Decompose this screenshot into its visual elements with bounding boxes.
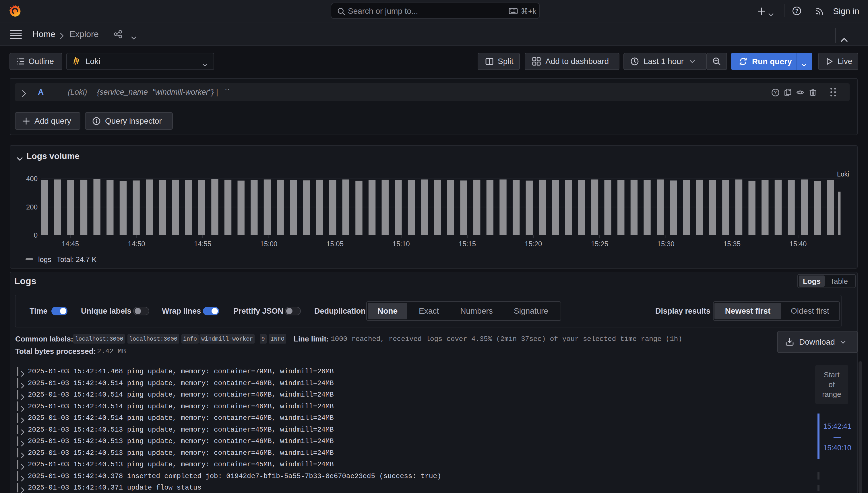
- svg-text:15:20: 15:20: [525, 240, 542, 248]
- svg-text:15:40: 15:40: [789, 240, 807, 248]
- svg-text:?: ?: [774, 90, 777, 95]
- svg-text:15:30: 15:30: [657, 240, 675, 248]
- svg-text:?: ?: [796, 8, 799, 14]
- svg-text:15:15: 15:15: [459, 240, 476, 248]
- svg-text:14:50: 14:50: [128, 240, 145, 248]
- svg-text:15:25: 15:25: [591, 240, 608, 248]
- svg-text:15:05: 15:05: [326, 240, 344, 248]
- svg-text:15:35: 15:35: [723, 240, 741, 248]
- svg-text:15:10: 15:10: [393, 240, 410, 248]
- svg-text:15:00: 15:00: [260, 240, 277, 248]
- svg-text:0: 0: [34, 231, 38, 239]
- svg-text:400: 400: [26, 175, 38, 183]
- svg-text:14:45: 14:45: [62, 240, 79, 248]
- svg-text:200: 200: [26, 203, 38, 211]
- svg-text:14:55: 14:55: [194, 240, 211, 248]
